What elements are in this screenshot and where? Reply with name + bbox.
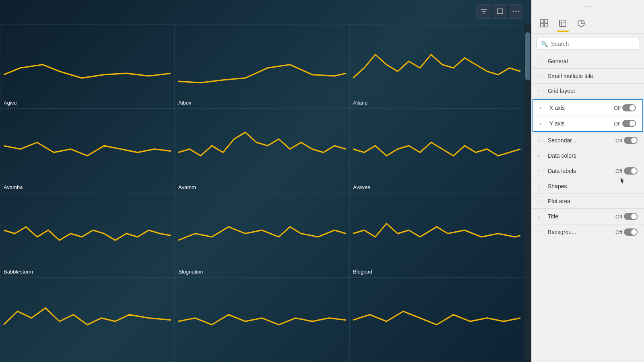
section-grid-layout: › Grid layout bbox=[532, 84, 644, 99]
section-y-axis-row[interactable]: › Y axis Off bbox=[533, 116, 642, 131]
section-shapes: › Shapes bbox=[532, 179, 644, 194]
section-x-axis-label: X axis bbox=[549, 105, 614, 111]
section-data-labels-label: Data labels bbox=[548, 168, 615, 174]
label-agivu: Agivu bbox=[4, 100, 17, 106]
svg-point-2 bbox=[518, 11, 520, 12]
section-grid-layout-label: Grid layout bbox=[548, 88, 638, 94]
search-input[interactable] bbox=[551, 41, 635, 47]
section-plot-area: › Plot area bbox=[532, 194, 644, 209]
label-avavee: Avavee bbox=[353, 184, 370, 190]
fields-tab[interactable] bbox=[537, 16, 552, 31]
section-small-multiple-title-row[interactable]: › Small multiple title bbox=[532, 69, 644, 83]
section-shapes-label: Shapes bbox=[548, 183, 638, 189]
more-options-button[interactable] bbox=[509, 4, 523, 19]
highlighted-axes-group: › X axis Off › Y axis Off bbox=[533, 99, 643, 132]
chevron-background: › bbox=[538, 229, 545, 235]
section-plot-area-row[interactable]: › Plot area bbox=[532, 194, 644, 208]
section-secondary-row[interactable]: › Secondar... Off bbox=[532, 133, 644, 148]
panel-icons bbox=[532, 13, 644, 34]
section-data-colors: › Data colors bbox=[532, 148, 644, 163]
section-background: › Backgrou... Off bbox=[532, 224, 644, 240]
analytics-tab[interactable] bbox=[574, 16, 589, 31]
svg-rect-3 bbox=[541, 20, 544, 23]
section-title-label: Title bbox=[548, 213, 615, 220]
section-small-multiple-title-label: Small multiple title bbox=[548, 73, 638, 79]
title-toggle[interactable] bbox=[624, 213, 638, 220]
small-multiple-blognation: Blognation bbox=[175, 193, 349, 278]
label-avamba: Avamba bbox=[4, 184, 23, 190]
secondary-toggle-label: Off bbox=[615, 138, 622, 144]
section-data-colors-row[interactable]: › Data colors bbox=[532, 148, 644, 163]
section-plot-area-label: Plot area bbox=[548, 198, 638, 204]
small-multiple-row4col2 bbox=[175, 278, 349, 362]
svg-point-0 bbox=[513, 11, 514, 12]
chevron-shapes: › bbox=[538, 183, 545, 189]
chevron-data-labels: › bbox=[538, 168, 545, 174]
data-labels-toggle-row: Off bbox=[615, 167, 638, 175]
title-toggle-label: Off bbox=[615, 214, 622, 220]
small-multiple-blogpad: Blogpad bbox=[349, 193, 524, 278]
expand-button[interactable] bbox=[493, 4, 507, 19]
secondary-toggle[interactable] bbox=[624, 137, 638, 144]
section-data-colors-label: Data colors bbox=[548, 152, 638, 159]
chevron-x-axis: › bbox=[540, 105, 546, 111]
section-data-labels: › Data labels Off bbox=[532, 163, 644, 179]
filter-button[interactable] bbox=[477, 4, 491, 19]
small-multiple-row4col1 bbox=[0, 278, 175, 362]
chart-toolbar bbox=[477, 4, 523, 19]
chevron-general: › bbox=[538, 58, 545, 64]
svg-rect-5 bbox=[541, 24, 544, 27]
section-background-row[interactable]: › Backgrou... Off bbox=[532, 224, 644, 240]
label-blogpad: Blogpad bbox=[353, 269, 372, 275]
chevron-data-colors: › bbox=[538, 152, 545, 159]
section-secondary: › Secondar... Off bbox=[532, 133, 644, 148]
scrollbar-thumb[interactable] bbox=[525, 32, 530, 80]
label-aibox: Aibox bbox=[178, 100, 192, 106]
section-general-label: General bbox=[548, 58, 638, 64]
secondary-toggle-row: Off bbox=[615, 137, 638, 144]
section-general-row[interactable]: › General bbox=[532, 54, 644, 68]
section-title-row[interactable]: › Title Off bbox=[532, 209, 644, 224]
small-multiple-ailane: Ailane bbox=[349, 24, 524, 109]
background-toggle[interactable] bbox=[624, 228, 638, 236]
small-multiple-aibox: Aibox bbox=[175, 24, 349, 109]
svg-point-1 bbox=[516, 11, 517, 12]
section-secondary-label: Secondar... bbox=[548, 137, 615, 144]
svg-rect-7 bbox=[559, 20, 566, 27]
section-title: › Title Off bbox=[532, 209, 644, 224]
x-axis-toggle[interactable] bbox=[622, 104, 636, 111]
chevron-small-multiple-title: › bbox=[538, 73, 545, 79]
y-axis-toggle[interactable] bbox=[622, 120, 636, 127]
section-x-axis-row[interactable]: › X axis Off bbox=[533, 100, 642, 116]
chart-area: Agivu Aibox Ailane Avamba bbox=[0, 0, 531, 362]
svg-rect-4 bbox=[545, 20, 548, 23]
format-tab[interactable] bbox=[555, 16, 570, 31]
section-grid-layout-row[interactable]: › Grid layout bbox=[532, 84, 644, 98]
background-toggle-row: Off bbox=[615, 228, 638, 236]
data-labels-toggle[interactable] bbox=[624, 167, 638, 175]
label-blognation: Blognation bbox=[178, 269, 203, 275]
small-multiple-babblestorm: Babblestorm bbox=[0, 193, 175, 278]
section-y-axis-label: Y axis bbox=[549, 120, 614, 127]
section-general: › General bbox=[532, 54, 644, 69]
section-shapes-row[interactable]: › Shapes bbox=[532, 179, 644, 193]
label-ailane: Ailane bbox=[353, 100, 367, 106]
title-toggle-row: Off bbox=[615, 213, 638, 220]
scrollbar[interactable] bbox=[524, 24, 531, 362]
x-axis-toggle-row: Off bbox=[614, 104, 636, 111]
svg-rect-6 bbox=[545, 24, 548, 27]
section-data-labels-row[interactable]: › Data labels Off bbox=[532, 163, 644, 179]
section-background-label: Backgrou... bbox=[548, 229, 615, 235]
small-multiple-avamba: Avamba bbox=[0, 109, 175, 193]
background-toggle-label: Off bbox=[615, 229, 622, 235]
search-icon: 🔍 bbox=[541, 41, 548, 47]
data-labels-toggle-label: Off bbox=[615, 168, 622, 174]
y-axis-toggle-row: Off bbox=[614, 120, 636, 127]
panel-top-dots: ··· bbox=[532, 0, 644, 13]
small-multiples-grid: Agivu Aibox Ailane Avamba bbox=[0, 24, 524, 362]
search-box[interactable]: 🔍 bbox=[537, 38, 639, 50]
section-small-multiple-title: › Small multiple title bbox=[532, 69, 644, 84]
chevron-grid-layout: › bbox=[538, 88, 545, 94]
chevron-title: › bbox=[538, 213, 545, 220]
small-multiple-avavee: Avavee bbox=[349, 109, 524, 193]
